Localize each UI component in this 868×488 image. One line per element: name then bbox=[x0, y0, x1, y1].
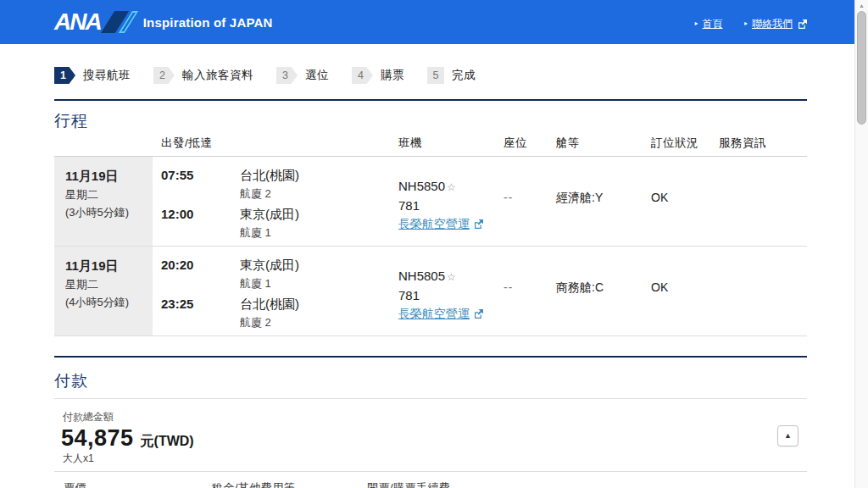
flight-duration: (4小時5分鐘) bbox=[65, 295, 146, 310]
aircraft-type: 781 bbox=[398, 286, 495, 304]
passenger-count: 大人x1 bbox=[63, 452, 94, 466]
step-label: 購票 bbox=[381, 68, 404, 83]
progress-steps: 1 搜尋航班 2 輸入旅客資料 3 選位 4 購票 5 完成 bbox=[54, 67, 476, 84]
step-number-badge: 1 bbox=[54, 67, 75, 84]
payment-currency: 元(TWD) bbox=[141, 433, 194, 451]
step-number-badge: 4 bbox=[352, 67, 373, 84]
scrollbar-up-icon[interactable]: ▲ bbox=[855, 3, 868, 8]
arrival-segment: 23:25 台北(桃園) 航廈 2 bbox=[161, 297, 390, 336]
fare-label: 票價 bbox=[64, 480, 86, 488]
payment-amount: 54,875 bbox=[61, 425, 134, 452]
booking-page: ANA Inspiration of JAPAN ‣ 首頁 ‣ 聯絡我們 ▲ 1 bbox=[0, 0, 868, 488]
departure-terminal: 航廈 2 bbox=[240, 186, 299, 202]
ana-logo[interactable]: ANA Inspiration of JAPAN bbox=[54, 8, 273, 36]
section-divider bbox=[54, 356, 807, 358]
ana-logo-text: ANA bbox=[54, 8, 101, 36]
tax-label: 稅金/其他費用等 bbox=[212, 480, 296, 488]
service-cell bbox=[710, 157, 807, 246]
divider bbox=[54, 471, 807, 472]
service-fee-label: 開票/購票手續費 bbox=[367, 480, 451, 488]
departure-segment: 20:20 東京(成田) 航廈 1 bbox=[161, 258, 390, 297]
flight-number: NH5805 bbox=[398, 269, 445, 283]
arrival-terminal: 航廈 2 bbox=[240, 315, 299, 330]
departure-segment: 07:55 台北(桃園) 航廈 2 bbox=[161, 168, 390, 207]
flight-number-line: NH5805☆ bbox=[398, 267, 495, 286]
header-spacer bbox=[54, 136, 153, 151]
step-search-flights: 1 搜尋航班 bbox=[54, 67, 131, 84]
fare-breakdown-row: 票價 稅金/其他費用等 開票/購票手續費 bbox=[54, 480, 807, 488]
arrow-bullet-icon: ‣ bbox=[743, 19, 749, 29]
col-cabin: 艙等 bbox=[548, 136, 643, 151]
header-bar: ANA Inspiration of JAPAN ‣ 首頁 ‣ 聯絡我們 bbox=[0, 0, 854, 44]
flight-number-line: NH5850☆ bbox=[398, 177, 495, 197]
flight-weekday: 星期二 bbox=[65, 187, 146, 202]
departure-airport: 東京(成田) bbox=[240, 258, 299, 274]
codeshare-star-icon: ☆ bbox=[447, 181, 456, 193]
flight-duration: (3小時5分鐘) bbox=[65, 205, 146, 220]
step-number-badge: 5 bbox=[427, 67, 444, 84]
itinerary-title: 行程 bbox=[54, 110, 88, 132]
arrival-segment: 12:00 東京(成田) 航廈 1 bbox=[161, 207, 390, 246]
departure-terminal: 航廈 1 bbox=[240, 276, 299, 291]
flight-weekday: 星期二 bbox=[65, 277, 146, 292]
scrollbar-thumb[interactable] bbox=[857, 11, 866, 125]
external-link-icon bbox=[798, 19, 807, 29]
section-divider bbox=[54, 99, 807, 101]
divider bbox=[54, 398, 807, 399]
operated-by-link[interactable]: 長榮航空營運 bbox=[398, 215, 483, 233]
arrow-bullet-icon: ‣ bbox=[693, 19, 699, 29]
departure-airport: 台北(桃園) bbox=[240, 168, 299, 184]
operated-by-link[interactable]: 長榮航空營運 bbox=[398, 305, 483, 323]
itinerary-table: 出發/抵達 班機 座位 艙等 訂位狀況 服務資訊 11月19日 星期二 (3小時… bbox=[54, 136, 807, 336]
payment-total-label: 付款總金額 bbox=[63, 410, 114, 424]
nav-contact-link[interactable]: ‣ 聯絡我們 bbox=[743, 17, 808, 31]
flight-number: NH5850 bbox=[398, 179, 445, 193]
service-cell bbox=[710, 247, 807, 336]
step-label: 輸入旅客資料 bbox=[182, 68, 253, 83]
ana-slash-icon bbox=[101, 11, 138, 33]
col-status: 訂位狀況 bbox=[643, 136, 710, 151]
seat-cell: -- bbox=[495, 247, 548, 336]
flight-cell: NH5850☆ 781 長榮航空營運 bbox=[390, 157, 495, 246]
departure-time: 07:55 bbox=[161, 168, 240, 207]
col-service: 服務資訊 bbox=[710, 136, 807, 151]
nav-home-label: 首頁 bbox=[703, 17, 723, 31]
arrival-time: 12:00 bbox=[161, 207, 240, 246]
step-seat-selection: 3 選位 bbox=[276, 67, 329, 84]
col-flight: 班機 bbox=[390, 136, 495, 151]
step-label: 選位 bbox=[305, 68, 329, 83]
codeshare-star-icon: ☆ bbox=[447, 271, 456, 283]
arrival-time: 23:25 bbox=[161, 297, 240, 336]
step-passenger-info: 2 輸入旅客資料 bbox=[153, 67, 253, 84]
tagline: Inspiration of JAPAN bbox=[143, 15, 273, 30]
seat-cell: -- bbox=[495, 157, 548, 246]
scrollbar[interactable]: ▲ bbox=[854, 0, 868, 488]
depart-arrive-cell: 20:20 東京(成田) 航廈 1 23:25 台北(桃園) 航廈 2 bbox=[153, 247, 390, 336]
col-depart-arrive: 出發/抵達 bbox=[153, 136, 390, 151]
external-link-icon bbox=[474, 309, 483, 319]
nav-contact-label: 聯絡我們 bbox=[752, 17, 793, 31]
flight-date: 11月19日 bbox=[65, 258, 146, 274]
table-header-row: 出發/抵達 班機 座位 艙等 訂位狀況 服務資訊 bbox=[54, 136, 807, 157]
operated-by-label: 長榮航空營運 bbox=[398, 215, 470, 233]
collapse-button[interactable]: ▲ bbox=[777, 425, 798, 446]
date-cell: 11月19日 星期二 (4小時5分鐘) bbox=[54, 247, 153, 336]
step-number-badge: 2 bbox=[153, 67, 175, 84]
date-cell: 11月19日 星期二 (3小時5分鐘) bbox=[54, 157, 153, 246]
depart-arrive-cell: 07:55 台北(桃園) 航廈 2 12:00 東京(成田) 航廈 1 bbox=[153, 157, 390, 246]
payment-title: 付款 bbox=[54, 370, 88, 392]
nav-home-link[interactable]: ‣ 首頁 bbox=[693, 17, 723, 31]
header-nav: ‣ 首頁 ‣ 聯絡我們 bbox=[693, 17, 807, 31]
flight-cell: NH5805☆ 781 長榮航空營運 bbox=[390, 247, 495, 336]
table-row: 11月19日 星期二 (4小時5分鐘) 20:20 東京(成田) 航廈 1 23… bbox=[54, 247, 807, 336]
step-label: 搜尋航班 bbox=[83, 68, 131, 83]
cabin-cell: 經濟艙:Y bbox=[548, 157, 643, 246]
arrival-terminal: 航廈 1 bbox=[240, 225, 299, 241]
status-cell: OK bbox=[643, 247, 710, 336]
status-cell: OK bbox=[643, 157, 710, 246]
step-complete: 5 完成 bbox=[427, 67, 476, 84]
collapse-arrow-icon: ▲ bbox=[784, 432, 792, 440]
col-seat: 座位 bbox=[495, 136, 548, 151]
departure-time: 20:20 bbox=[161, 258, 240, 297]
arrival-airport: 東京(成田) bbox=[240, 207, 299, 223]
